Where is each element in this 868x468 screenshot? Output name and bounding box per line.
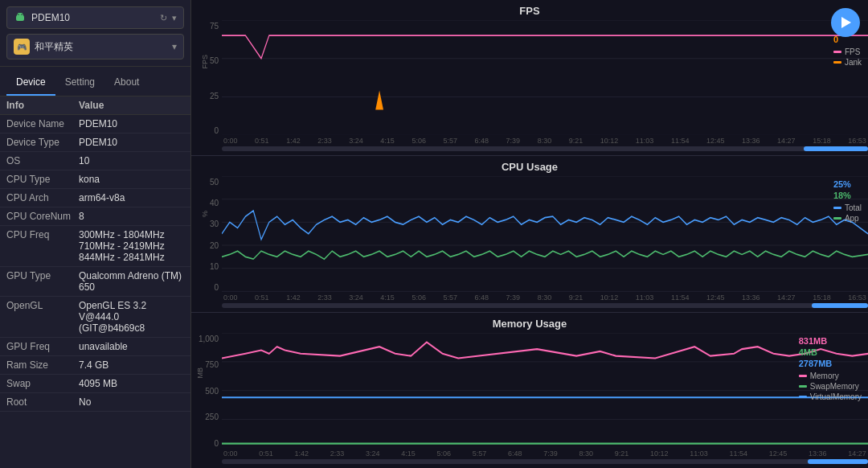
row-info-label: CPU CoreNum [6,211,79,222]
row-info-label: Ram Size [6,359,79,371]
row-value: Qualcomm Adreno (TM) 650 [79,270,184,293]
fps-chart-inner: 75 50 25 0 FPS [191,20,868,135]
memory-legend: 831MB 4MB 2787MB Memory [799,336,862,401]
cpu-chart-container: CPU Usage 50 40 30 20 10 0 % [191,156,868,312]
svg-point-4 [18,14,18,14]
memory-scrollbar-thumb[interactable] [808,459,868,464]
app-dropdown-icon: ▾ [172,41,177,52]
cpu-scrollbar[interactable] [191,303,868,310]
tab-device[interactable]: Device [6,70,55,96]
fps-x-axis-row: 0:000:511:422:333:244:155:065:576:487:39… [191,135,868,146]
tab-about[interactable]: About [104,70,149,96]
row-value: kona [79,174,184,185]
fps-y-axis: 75 50 25 0 [191,20,222,135]
row-value: PDEM10 [79,118,184,129]
device-selector-section: PDEM10 ↻ ▾ 🎮 和平精英 ▾ [0,0,190,67]
table-row: OS10 [0,152,190,170]
cpu-y-label: % [201,211,209,217]
row-info-label: Swap [6,378,79,389]
total-dot [833,207,841,209]
svg-rect-2 [16,15,24,21]
memory-chart-plot: 831MB 4MB 2787MB Memory [222,333,868,448]
table-row: GPU Frequnavailable [0,338,190,356]
fps-chart-plot: 60 0 FPS Jank [222,20,868,135]
header-value: Value [79,100,184,111]
table-row: Swap4095 MB [0,375,190,393]
table-row: GPU TypeQualcomm Adreno (TM) 650 [0,267,190,297]
memory-dot [799,375,807,377]
cpu-x-axis-row: 0:000:511:422:333:244:155:065:576:487:39… [191,292,868,303]
memory-svg [222,333,868,448]
cpu-y-axis: 50 40 30 20 10 0 [191,176,222,291]
device-info-table: Info Value Device NamePDEM10Device TypeP… [0,96,190,468]
table-row: Device NamePDEM10 [0,115,190,133]
cpu-scrollbar-thumb[interactable] [812,303,868,308]
left-panel: PDEM10 ↻ ▾ 🎮 和平精英 ▾ Device Setting About… [0,0,191,468]
memory-y-axis: 1,000 750 500 250 0 [191,333,222,448]
fps-svg [222,20,868,135]
svg-point-5 [21,14,22,14]
cpu-scrollbar-track[interactable] [222,303,868,308]
device-dropdown-icon[interactable]: ▾ [172,13,177,23]
table-row: Ram Size7.4 GB [0,356,190,375]
fps-scrollbar[interactable] [191,146,868,153]
fps-chart-title: FPS [191,5,868,17]
row-value: PDEM10 [79,137,184,148]
row-info-label: CPU Arch [6,192,79,203]
row-value: 10 [79,155,184,166]
right-panel: FPS 75 50 25 0 FPS [191,0,868,468]
play-button[interactable] [831,8,860,37]
fps-dot [833,51,841,53]
table-row: CPU Typekona [0,170,190,189]
row-info-label: Device Type [6,137,79,148]
memory-chart-container: Memory Usage 1,000 750 500 250 0 MB [191,313,868,468]
table-row: RootNo [0,393,190,412]
info-rows: Device NamePDEM10Device TypePDEM10OS10CP… [0,115,190,412]
row-info-label: CPU Freq [6,229,79,240]
row-value: 7.4 GB [79,359,184,371]
fps-chart-container: FPS 75 50 25 0 FPS [191,0,868,156]
cpu-chart-plot: 25% 18% Total App [222,176,868,291]
charts-area: FPS 75 50 25 0 FPS [191,0,868,468]
app-selector[interactable]: 🎮 和平精英 ▾ [6,34,184,60]
row-info-label: CPU Type [6,174,79,185]
fps-y-label: FPS [201,55,209,69]
memory-x-axis-row: 0:000:511:422:333:244:155:065:576:487:39… [191,448,868,459]
row-value: 4095 MB [79,378,184,389]
app-icon: 🎮 [14,39,30,55]
refresh-icon[interactable]: ↻ [160,13,167,23]
cpu-chart-title: CPU Usage [191,161,868,173]
memory-chart-title: Memory Usage [191,318,868,330]
row-value: arm64-v8a [79,192,184,203]
memory-x-labels: 0:000:511:422:333:244:155:065:576:487:39… [222,450,868,458]
virtual-dot [799,396,807,398]
cpu-legend: 25% 18% Total App [833,179,862,223]
fps-scrollbar-thumb[interactable] [804,146,868,151]
device-selector[interactable]: PDEM10 ↻ ▾ [6,6,184,29]
row-value: 8 [79,211,184,222]
table-row: CPU Freq300MHz - 1804MHz 710MHz - 2419MH… [0,226,190,267]
app-dot [833,217,841,220]
row-value: 300MHz - 1804MHz 710MHz - 2419MHz 844MHz… [79,229,184,263]
memory-scrollbar-track[interactable] [222,459,868,464]
tab-setting[interactable]: Setting [55,70,104,96]
row-info-label: GPU Freq [6,341,79,352]
tab-bar: Device Setting About [0,70,190,96]
device-actions: ↻ ▾ [160,13,177,23]
table-row: CPU CoreNum8 [0,207,190,226]
device-name-label: PDEM10 [31,12,160,23]
table-row: OpenGLOpenGL ES 3.2 V@444.0 (GIT@b4b69c8 [0,297,190,338]
svg-marker-10 [375,91,383,110]
cpu-chart-inner: 50 40 30 20 10 0 % [191,176,868,291]
swap-dot [799,385,807,388]
row-info-label: Device Name [6,118,79,129]
header-info: Info [6,100,79,111]
memory-scrollbar[interactable] [191,459,868,466]
fps-x-labels: 0:000:511:422:333:244:155:065:576:487:39… [222,137,868,145]
android-icon [14,11,27,24]
fps-scrollbar-track[interactable] [222,146,868,151]
row-info-label: OpenGL [6,300,79,311]
jank-dot [833,61,841,64]
table-row: CPU Archarm64-v8a [0,189,190,207]
row-info-label: GPU Type [6,270,79,281]
